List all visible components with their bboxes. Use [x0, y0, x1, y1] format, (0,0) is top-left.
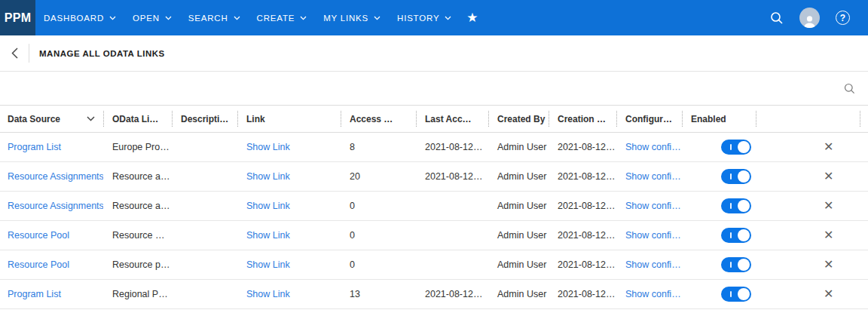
menu-item-label: SEARCH [188, 14, 228, 23]
back-chevron-icon[interactable] [11, 48, 18, 59]
main-menu: DASHBOARD OPEN SEARCH CREATE MY LINKS HI… [35, 0, 460, 35]
show-configuration-link[interactable]: Show confi… [625, 142, 681, 152]
column-header-configuration[interactable]: Configur… [616, 106, 682, 132]
show-link[interactable]: Show Link [246, 230, 290, 241]
delete-icon[interactable]: ✕ [824, 200, 833, 212]
cell-created-by: Admin User [488, 259, 549, 270]
column-header-access[interactable]: Access … [341, 106, 416, 132]
show-configuration-link[interactable]: Show confi… [625, 171, 681, 182]
help-icon[interactable]: ? [836, 11, 850, 25]
delete-icon[interactable]: ✕ [824, 259, 833, 271]
show-link[interactable]: Show Link [246, 201, 290, 211]
data-source-link[interactable]: Resource Pool [8, 230, 69, 241]
delete-icon[interactable]: ✕ [824, 170, 833, 183]
cell-data-source: Resource Assignments [0, 201, 103, 211]
delete-icon[interactable]: ✕ [824, 288, 833, 300]
cell-last-accessed: 2021-08-12… [416, 142, 488, 152]
toggle-knob [738, 200, 750, 212]
cell-access-count: 0 [341, 201, 416, 211]
column-label: Creation … [558, 114, 606, 124]
app-logo[interactable]: PPM [0, 0, 35, 35]
data-source-link[interactable]: Resource Assignments [8, 201, 103, 211]
column-header-created-by[interactable]: Created By [488, 106, 549, 132]
data-source-link[interactable]: Program List [8, 142, 61, 152]
cell-created-by: Admin User [488, 142, 549, 152]
data-source-link[interactable]: Resource Pool [8, 259, 69, 270]
show-link[interactable]: Show Link [246, 289, 290, 299]
table-header: Data Source OData Li… Descripti… Link Ac… [0, 105, 868, 133]
delete-icon[interactable]: ✕ [824, 229, 833, 241]
delete-icon[interactable]: ✕ [824, 141, 833, 153]
favorites-star-icon[interactable]: ★ [466, 11, 478, 24]
data-source-link[interactable]: Program List [8, 289, 61, 299]
column-header-link[interactable]: Link [237, 106, 341, 132]
cell-link: Show Link [237, 259, 341, 270]
column-label: Data Source [8, 114, 60, 124]
cell-link: Show Link [237, 230, 341, 241]
column-label: Enabled [691, 114, 726, 124]
cell-link: Show Link [237, 201, 341, 211]
toggle-on-indicator [730, 203, 732, 209]
menu-item-my-links[interactable]: MY LINKS [315, 0, 389, 35]
cell-enabled [682, 140, 756, 155]
menu-item-history[interactable]: HISTORY [389, 0, 460, 35]
enabled-toggle[interactable] [721, 169, 751, 184]
cell-creation-date: 2021-08-12… [549, 259, 616, 270]
menu-item-open[interactable]: OPEN [124, 0, 180, 35]
cell-delete: ✕ [756, 170, 868, 183]
show-configuration-link[interactable]: Show confi… [625, 289, 681, 299]
show-configuration-link[interactable]: Show confi… [625, 201, 681, 211]
column-header-description[interactable]: Descripti… [172, 106, 237, 132]
cell-delete: ✕ [756, 200, 868, 212]
breadcrumb: MANAGE ALL ODATA LINKS [0, 35, 868, 72]
chevron-down-icon [445, 16, 451, 20]
enabled-toggle[interactable] [721, 140, 751, 155]
cell-configuration: Show confi… [616, 142, 682, 152]
divider [29, 44, 29, 63]
user-avatar[interactable] [799, 8, 820, 28]
chevron-down-icon [109, 16, 116, 20]
cell-created-by: Admin User [488, 230, 549, 241]
column-label: Configur… [625, 114, 672, 124]
table-row: Resource Assignments Resource a… Show Li… [0, 162, 868, 192]
show-link[interactable]: Show Link [246, 171, 290, 182]
menu-item-create[interactable]: CREATE [249, 0, 316, 35]
enabled-toggle[interactable] [721, 228, 751, 243]
data-source-link[interactable]: Resource Assignments [8, 171, 103, 182]
column-header-creation-date[interactable]: Creation … [549, 106, 616, 132]
toggle-on-indicator [730, 173, 732, 180]
column-header-data-source[interactable]: Data Source [0, 106, 103, 132]
table-toolbar [0, 72, 868, 105]
person-icon [802, 14, 818, 28]
table-search-icon[interactable] [844, 83, 855, 94]
menu-item-label: OPEN [133, 14, 160, 23]
cell-creation-date: 2021-08-12… [549, 230, 616, 241]
global-search-icon[interactable] [770, 11, 784, 25]
cell-link: Show Link [237, 171, 341, 182]
column-header-enabled[interactable]: Enabled [682, 106, 756, 132]
show-configuration-link[interactable]: Show confi… [625, 230, 681, 241]
cell-odata-link-name: Europe Pro… [103, 142, 172, 152]
column-header-odata-link[interactable]: OData Li… [103, 106, 172, 132]
cell-creation-date: 2021-08-12… [549, 289, 616, 299]
table-row: Resource Assignments Resource a… Show Li… [0, 192, 868, 221]
cell-data-source: Resource Pool [0, 259, 103, 270]
toggle-knob [738, 141, 750, 153]
toggle-on-indicator [730, 262, 732, 268]
show-configuration-link[interactable]: Show confi… [625, 259, 681, 270]
menu-item-dashboard[interactable]: DASHBOARD [35, 0, 124, 35]
cell-access-count: 0 [341, 259, 416, 270]
column-header-last-accessed[interactable]: Last Acc… [416, 106, 488, 132]
enabled-toggle[interactable] [721, 198, 751, 213]
enabled-toggle[interactable] [721, 287, 751, 302]
menu-item-search[interactable]: SEARCH [180, 0, 249, 35]
menu-item-label: DASHBOARD [44, 14, 104, 23]
chevron-down-icon[interactable] [87, 116, 95, 121]
show-link[interactable]: Show Link [246, 142, 290, 152]
show-link[interactable]: Show Link [246, 259, 290, 270]
cell-data-source: Program List [0, 289, 103, 299]
cell-configuration: Show confi… [616, 201, 682, 211]
top-nav-bar: PPM DASHBOARD OPEN SEARCH CREATE MY LINK… [0, 0, 868, 35]
enabled-toggle[interactable] [721, 257, 751, 272]
column-label: OData Li… [112, 114, 158, 124]
